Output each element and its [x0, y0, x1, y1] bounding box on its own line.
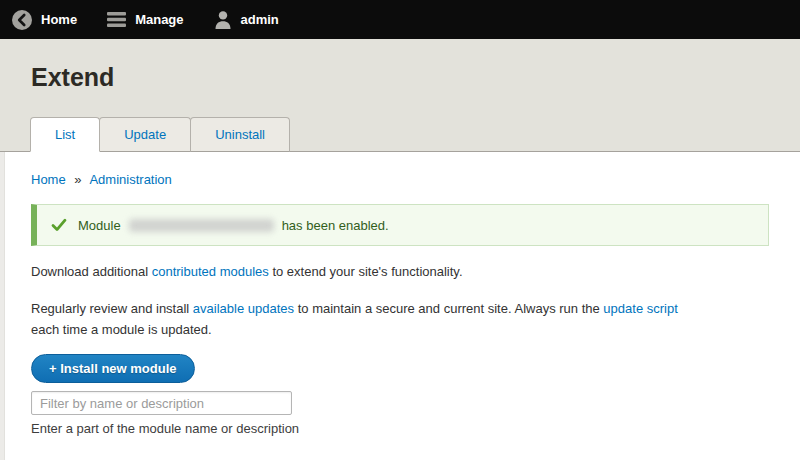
text-segment: Regularly review and install — [31, 301, 193, 316]
filter-field-wrap — [31, 391, 769, 415]
status-message-text: Modulehas been enabled. — [78, 218, 389, 233]
checkmark-icon — [51, 217, 67, 233]
breadcrumb-separator: » — [74, 172, 81, 187]
status-message-success: Modulehas been enabled. — [31, 204, 769, 246]
filter-input[interactable] — [31, 391, 292, 415]
toolbar-item-home[interactable]: Home — [10, 0, 92, 39]
breadcrumb: Home » Administration — [31, 172, 769, 187]
text-segment: each time a module is updated. — [31, 322, 212, 337]
toolbar-item-admin[interactable]: admin — [199, 0, 294, 39]
module-name-redacted — [129, 219, 274, 232]
text-segment: to maintain a secure and current site. A… — [294, 301, 603, 316]
install-new-module-button[interactable]: + Install new module — [31, 354, 195, 383]
tab-uninstall[interactable]: Uninstall — [190, 117, 290, 152]
update-script-link[interactable]: update script — [603, 301, 677, 316]
message-prefix: Module — [78, 218, 121, 233]
updates-paragraph: Regularly review and install available u… — [31, 298, 769, 340]
admin-toolbar: Home Manage admin — [0, 0, 800, 39]
text-segment: Download additional — [31, 264, 152, 279]
filter-hint: Enter a part of the module name or descr… — [31, 421, 769, 436]
tab-update[interactable]: Update — [99, 117, 191, 152]
contributed-modules-link[interactable]: contributed modules — [152, 264, 269, 279]
breadcrumb-home-link[interactable]: Home — [31, 172, 66, 187]
toolbar-admin-label: admin — [241, 12, 279, 27]
breadcrumb-administration-link[interactable]: Administration — [89, 172, 171, 187]
text-segment: to extend your site's functionality. — [269, 264, 463, 279]
toolbar-home-label: Home — [41, 12, 77, 27]
message-suffix: has been enabled. — [282, 218, 389, 233]
toolbar-item-manage[interactable]: Manage — [92, 0, 198, 39]
toolbar-manage-label: Manage — [135, 12, 183, 27]
menu-icon — [107, 12, 126, 27]
main-content: Home » Administration Modulehas been ena… — [0, 172, 800, 436]
user-icon — [214, 10, 232, 29]
page-title: Extend — [31, 63, 114, 92]
back-circle-icon — [12, 10, 32, 30]
page-header: Extend List Update Uninstall — [0, 39, 800, 152]
tab-list[interactable]: List — [30, 117, 100, 152]
intro-paragraph: Download additional contributed modules … — [31, 261, 769, 282]
available-updates-link[interactable]: available updates — [193, 301, 294, 316]
primary-tabs: List Update Uninstall — [30, 117, 290, 152]
